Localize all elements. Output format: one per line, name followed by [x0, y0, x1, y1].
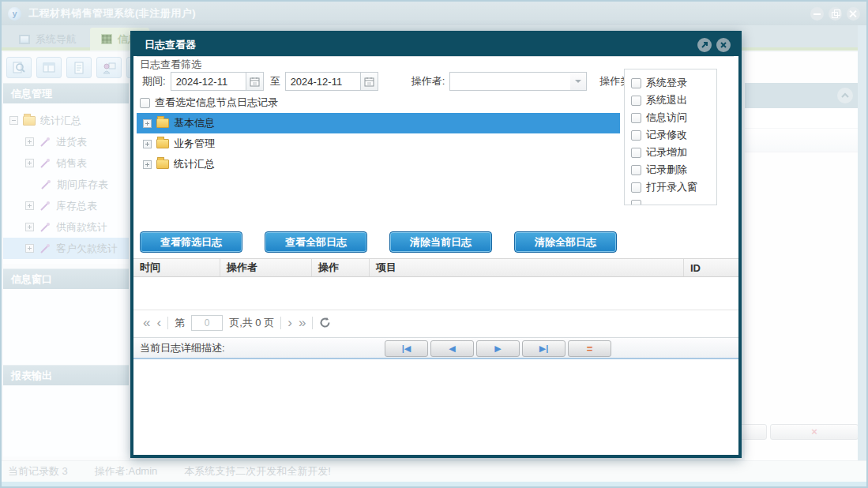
- op-type-option[interactable]: 打开录入窗: [631, 178, 716, 196]
- log-table-body: [133, 278, 738, 310]
- filter-group-legend: 日志查看筛选: [140, 58, 201, 72]
- separator: [167, 317, 168, 329]
- prev-page-icon[interactable]: ‹: [156, 316, 161, 329]
- chevron-down-icon[interactable]: [570, 73, 586, 90]
- tree-label: 基本信息: [174, 116, 215, 130]
- checkbox-icon[interactable]: [631, 96, 641, 106]
- calendar-icon[interactable]: [246, 72, 264, 91]
- checkbox-icon[interactable]: [631, 182, 641, 193]
- record-nav-buttons: |◀ ◀ ▶ ▶| =: [385, 340, 611, 357]
- op-type-list: 系统登录 系统退出 信息访问 记录修改 记录增加 记录删除 打开录入窗: [624, 69, 717, 205]
- checkbox-icon[interactable]: [140, 98, 150, 108]
- page-number-input[interactable]: [191, 315, 223, 331]
- dialog-title: 日志查看器: [145, 38, 196, 52]
- expand-icon[interactable]: [143, 119, 152, 128]
- op-type-option[interactable]: 信息访问: [631, 109, 716, 126]
- next-page-icon[interactable]: ›: [287, 316, 292, 329]
- clear-current-logs-button[interactable]: 清除当前日志: [389, 231, 492, 253]
- description-label: 当前日志详细描述:: [140, 341, 225, 355]
- folder-icon: [156, 160, 169, 169]
- separator: [312, 317, 313, 329]
- log-table-header: 时间 操作者 操作 项目 ID: [133, 258, 738, 277]
- dialog-header[interactable]: 日志查看器: [133, 34, 738, 56]
- op-type-option[interactable]: 记录增加: [631, 144, 716, 161]
- tree-item-stats-summary[interactable]: 统计汇总: [137, 154, 620, 175]
- tree-item-basic-info[interactable]: 基本信息: [137, 113, 620, 133]
- col-operator[interactable]: 操作者: [220, 259, 312, 276]
- folder-icon: [156, 118, 169, 128]
- checkbox-icon[interactable]: [631, 130, 641, 141]
- date-from-input[interactable]: [171, 72, 246, 91]
- app-window: y 工程材料销售管理系统(非注册用户) 系统导航 信息: [0, 0, 868, 488]
- to-label: 至: [270, 74, 280, 88]
- op-type-option[interactable]: 记录修改: [631, 126, 716, 144]
- checkbox-icon[interactable]: [631, 165, 641, 175]
- tree-label: 业务管理: [174, 137, 215, 151]
- checkbox-icon[interactable]: [631, 113, 641, 123]
- calendar-icon[interactable]: [361, 72, 378, 91]
- operator-label: 操作者:: [411, 74, 445, 88]
- nav-last-button[interactable]: ▶|: [522, 340, 566, 357]
- view-all-logs-button[interactable]: 查看全部日志: [265, 231, 367, 253]
- node-log-checkbox-row[interactable]: 查看选定信息节点日志记录: [140, 96, 278, 110]
- col-operation[interactable]: 操作: [312, 259, 370, 276]
- op-type-option-partial[interactable]: [631, 196, 716, 205]
- nav-next-button[interactable]: ▶: [476, 340, 520, 357]
- first-page-icon[interactable]: «: [143, 316, 150, 329]
- tree-item-business-mgmt[interactable]: 业务管理: [137, 133, 620, 154]
- separator: [280, 317, 281, 329]
- description-toolbar: 当前日志详细描述: |◀ ◀ ▶ ▶| =: [133, 337, 738, 359]
- last-page-icon[interactable]: »: [299, 316, 306, 329]
- expand-icon[interactable]: [143, 140, 152, 148]
- checkbox-icon[interactable]: [631, 148, 641, 158]
- close-dialog-icon[interactable]: [716, 38, 731, 52]
- clear-all-logs-button[interactable]: 清除全部日志: [514, 231, 617, 253]
- action-buttons: 查看筛选日志 查看全部日志 清除当前日志 清除全部日志: [140, 231, 617, 253]
- filter-group-border: [137, 56, 734, 57]
- description-area[interactable]: [133, 361, 738, 455]
- col-project[interactable]: 项目: [370, 259, 684, 276]
- op-type-option[interactable]: 记录删除: [631, 161, 716, 178]
- period-label: 期间:: [142, 74, 166, 88]
- view-filtered-logs-button[interactable]: 查看筛选日志: [140, 231, 242, 253]
- op-type-option[interactable]: 系统退出: [631, 92, 716, 109]
- log-viewer-dialog: 日志查看器 日志查看筛选 期间: 至: [130, 31, 742, 458]
- col-id[interactable]: ID: [684, 259, 738, 276]
- refresh-icon[interactable]: [319, 317, 331, 328]
- info-node-tree: 基本信息 业务管理 统计汇总: [137, 113, 620, 205]
- pagination-bar: « ‹ 第 页,共 0 页 › »: [133, 310, 738, 335]
- nav-first-button[interactable]: |◀: [385, 340, 428, 357]
- page-label: 第: [175, 316, 185, 330]
- operator-combobox[interactable]: [449, 72, 587, 91]
- folder-icon: [156, 139, 169, 148]
- maximize-dialog-icon[interactable]: [697, 38, 712, 52]
- page-total-label: 页,共 0 页: [229, 316, 274, 330]
- tree-label: 统计汇总: [174, 157, 215, 171]
- nav-remove-button[interactable]: =: [568, 340, 611, 357]
- checkbox-icon[interactable]: [631, 200, 641, 206]
- checkbox-icon[interactable]: [631, 78, 641, 88]
- expand-icon[interactable]: [143, 160, 152, 169]
- date-to-input[interactable]: [285, 72, 361, 91]
- nav-prev-button[interactable]: ◀: [430, 340, 474, 357]
- op-type-option[interactable]: 系统登录: [631, 74, 716, 92]
- col-time[interactable]: 时间: [133, 259, 220, 276]
